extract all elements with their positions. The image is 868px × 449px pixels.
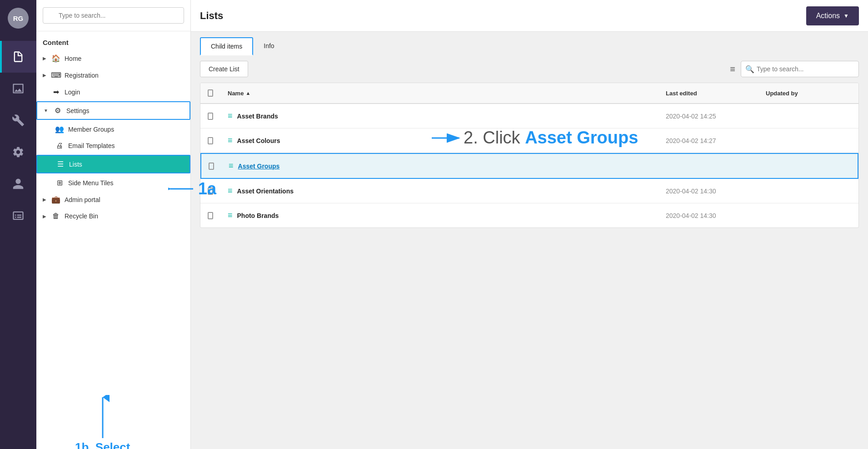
trash-icon: 🗑 <box>51 212 61 220</box>
table-row: ≡ Asset Colours 2020-04-02 14:27 <box>200 128 858 153</box>
td-updated-by <box>758 159 858 173</box>
lists-highlight-box: ☰ Lists <box>36 155 190 173</box>
home-icon: 🏠 <box>51 54 61 63</box>
avatar: RG <box>8 8 29 29</box>
nav-media[interactable] <box>0 73 36 104</box>
actions-label: Actions <box>816 12 840 20</box>
sidebar-item-settings[interactable]: ▼ ⚙ Settings <box>37 102 190 119</box>
row-checkbox[interactable] <box>208 113 213 120</box>
settings-icon <box>12 146 25 158</box>
list-row-icon: ≡ <box>228 136 233 145</box>
nav-settings[interactable] <box>0 136 36 168</box>
select-all-checkbox[interactable] <box>208 89 213 97</box>
sidebar-search-input[interactable] <box>43 7 184 24</box>
caret-icon: ▼ <box>843 13 849 19</box>
td-last-edited: 2020-04-02 14:30 <box>658 205 758 227</box>
sidebar-item-label: Registration <box>65 72 184 79</box>
actions-button[interactable]: Actions ▼ <box>806 6 859 25</box>
td-last-edited: 2020-04-02 14:25 <box>658 105 758 127</box>
sidebar-item-side-menu-tiles[interactable]: ⊞ Side Menu Tiles <box>36 174 190 191</box>
nav-tools[interactable] <box>0 104 36 136</box>
sidebar-item-label: Member Groups <box>68 126 184 133</box>
arrow-icon: ▶ <box>43 56 46 61</box>
row-checkbox[interactable] <box>209 163 214 170</box>
td-last-edited: 2020-04-02 14:27 <box>658 130 758 152</box>
td-updated-by <box>758 184 858 198</box>
sidebar-item-label: Recycle Bin <box>65 212 184 220</box>
settings-highlight-box: ▼ ⚙ Settings <box>36 101 190 120</box>
content-toolbar: Create List ≡ 🔍 <box>191 55 868 83</box>
th-checkbox <box>200 83 220 103</box>
admin-icon: 💼 <box>51 195 61 204</box>
th-last-edited-label: Last edited <box>666 90 697 97</box>
row-name[interactable]: Asset Orientations <box>237 187 294 195</box>
th-name-label: Name <box>228 90 244 97</box>
sidebar-item-registration[interactable]: ▶ ⌨ Registration <box>36 67 190 84</box>
toolbar-search-input[interactable] <box>741 61 859 77</box>
list-row-icon: ≡ <box>228 111 233 121</box>
arrow-icon: ▶ <box>43 214 46 219</box>
tabs-bar: Child items Info <box>191 32 868 55</box>
sidebar-item-member-groups[interactable]: 👥 Member Groups <box>36 121 190 138</box>
nav-id[interactable] <box>0 200 36 232</box>
sidebar-item-label: Admin portal <box>65 196 184 203</box>
nav-users[interactable] <box>0 168 36 200</box>
table-row: ≡ Asset Orientations 2020-04-02 14:30 <box>200 179 858 203</box>
toolbar-search-wrapper: 🔍 <box>741 61 859 77</box>
sidebar-item-label: Lists <box>69 161 183 168</box>
toolbar-search-icon: 🔍 <box>745 65 754 74</box>
icon-bar: RG <box>0 0 36 449</box>
sidebar-item-label: Side Menu Tiles <box>68 179 184 187</box>
th-last-edited[interactable]: Last edited <box>658 83 758 103</box>
id-icon <box>12 209 25 222</box>
td-name: ≡ Asset Groups <box>221 154 658 178</box>
row-checkbox[interactable] <box>208 187 213 195</box>
content-label: Content <box>36 31 190 50</box>
asset-groups-link[interactable]: Asset Groups <box>238 163 280 170</box>
th-updated-by-label: Updated by <box>766 90 798 97</box>
sidebar-item-login[interactable]: ▶ ➡ Login <box>36 84 190 100</box>
th-name[interactable]: Name ▲ <box>220 83 658 103</box>
sidebar-item-label: Settings <box>66 107 183 114</box>
td-updated-by <box>758 208 858 223</box>
list-row-icon: ≡ <box>229 161 234 171</box>
table-header: Name ▲ Last edited Updated by <box>200 83 858 104</box>
td-checkbox <box>200 130 220 152</box>
td-checkbox <box>200 105 220 127</box>
gear-icon: ⚙ <box>53 106 63 115</box>
row-name[interactable]: Photo Brands <box>237 212 279 219</box>
hamburger-icon[interactable]: ≡ <box>730 64 735 74</box>
sidebar-search-section: 🔍 <box>36 0 190 31</box>
list-row-icon: ≡ <box>228 211 233 220</box>
td-checkbox <box>201 155 221 177</box>
sidebar-search-wrapper: 🔍 <box>43 7 184 24</box>
nav-content[interactable] <box>0 41 36 73</box>
email-icon: 🖨 <box>55 142 65 150</box>
sidebar-item-recycle-bin[interactable]: ▶ 🗑 Recycle Bin <box>36 208 190 224</box>
sidebar-item-lists[interactable]: ☰ Lists <box>37 156 190 173</box>
items-table: Name ▲ Last edited Updated by ≡ Asset Br… <box>200 83 859 228</box>
sidebar-item-label: Home <box>65 55 184 62</box>
th-updated-by[interactable]: Updated by <box>758 83 858 103</box>
image-icon <box>12 82 25 95</box>
tab-info[interactable]: Info <box>253 37 284 55</box>
sidebar-item-home[interactable]: ▶ 🏠 Home <box>36 50 190 67</box>
tab-child-items[interactable]: Child items <box>200 37 253 55</box>
sidebar-item-label: Login <box>65 89 184 96</box>
row-checkbox[interactable] <box>208 212 213 219</box>
person-icon <box>12 178 25 190</box>
page-title: Lists <box>200 10 223 22</box>
sidebar-item-email-templates[interactable]: 🖨 Email Templates <box>36 138 190 154</box>
row-name[interactable]: Asset Brands <box>237 113 278 120</box>
td-checkbox <box>200 205 220 227</box>
sidebar-item-admin-portal[interactable]: ▶ 💼 Admin portal <box>36 191 190 208</box>
table-row: ≡ Asset Brands 2020-04-02 14:25 <box>200 104 858 128</box>
row-name[interactable]: Asset Colours <box>237 137 280 144</box>
arrow-icon: ▶ <box>43 73 46 78</box>
document-icon <box>12 50 25 63</box>
td-updated-by <box>758 133 858 148</box>
td-name: ≡ Asset Brands <box>220 104 658 128</box>
main-header: Lists Actions ▼ <box>191 0 868 32</box>
create-list-button[interactable]: Create List <box>200 61 248 77</box>
row-checkbox[interactable] <box>208 137 213 144</box>
